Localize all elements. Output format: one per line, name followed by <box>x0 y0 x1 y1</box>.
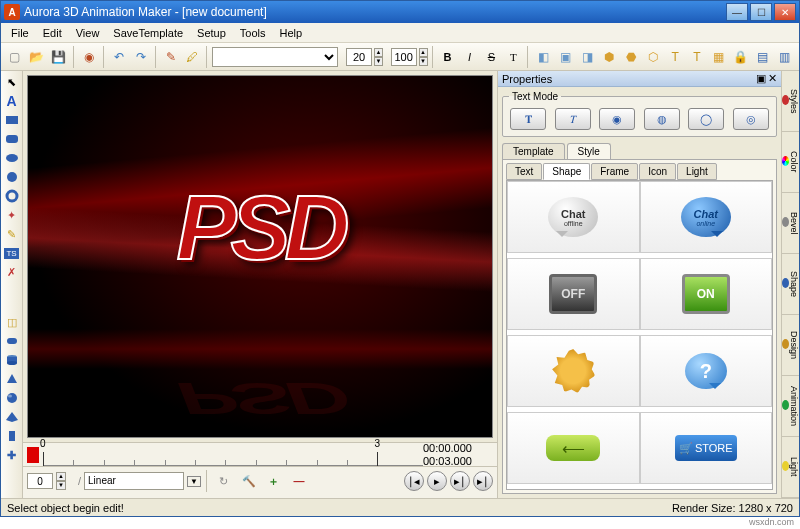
close-button[interactable]: ✕ <box>774 3 796 21</box>
tool-h[interactable]: T <box>687 46 707 68</box>
textmode-btn-4[interactable]: ◍ <box>644 108 680 130</box>
pen-tool[interactable]: ✎ <box>3 225 21 243</box>
wand-tool[interactable]: ✦ <box>3 206 21 224</box>
roundrect-tool[interactable] <box>3 130 21 148</box>
save-button[interactable]: 💾 <box>49 46 69 68</box>
menu-tools[interactable]: Tools <box>234 25 272 41</box>
shape-chat-online[interactable]: Chat online <box>640 181 773 253</box>
tool-g[interactable]: T <box>665 46 685 68</box>
goto-end-button[interactable]: ▸∣ <box>473 471 493 491</box>
shape-help[interactable]: ? <box>640 335 773 407</box>
undock-button[interactable]: ▣ <box>756 72 766 85</box>
textmode-btn-2[interactable]: 𝑇 <box>555 108 591 130</box>
textmode-btn-5[interactable]: ◯ <box>688 108 724 130</box>
font-size-1[interactable] <box>346 48 372 66</box>
sidetab-styles[interactable]: Styles <box>782 71 799 132</box>
paint-button[interactable]: ✎ <box>161 46 181 68</box>
undo-button[interactable]: ↶ <box>109 46 129 68</box>
loop-button[interactable]: ↻ <box>213 470 235 492</box>
maximize-button[interactable]: ☐ <box>750 3 772 21</box>
tube-tool[interactable] <box>3 427 21 445</box>
shape-on-button[interactable]: ON <box>640 258 773 330</box>
goto-start-button[interactable]: ∣◂ <box>404 471 424 491</box>
text-tool[interactable]: A <box>3 92 21 110</box>
ring-tool[interactable] <box>3 187 21 205</box>
frame-input[interactable] <box>27 473 53 489</box>
spin-2[interactable]: ▲▼ <box>419 48 428 66</box>
shape-chat-offline[interactable]: Chat offline <box>507 181 640 253</box>
redo-button[interactable]: ↷ <box>131 46 151 68</box>
tab-template[interactable]: Template <box>502 143 565 159</box>
sphere-tool[interactable] <box>3 389 21 407</box>
tab-icon[interactable]: Icon <box>639 163 676 180</box>
select-tool[interactable]: ⬉ <box>3 73 21 91</box>
tab-text[interactable]: Text <box>506 163 542 180</box>
textmode-btn-3[interactable]: ◉ <box>599 108 635 130</box>
font-size-2[interactable] <box>391 48 417 66</box>
rect-tool[interactable] <box>3 111 21 129</box>
textfx-button[interactable]: T <box>503 46 523 68</box>
tool-j[interactable]: 🔒 <box>731 46 751 68</box>
sidetab-bevel[interactable]: Bevel <box>782 193 799 254</box>
tool-f[interactable]: ⬡ <box>643 46 663 68</box>
font-combo[interactable] <box>212 47 338 67</box>
shape-off-button[interactable]: OFF <box>507 258 640 330</box>
cube-tool[interactable]: ◫ <box>3 313 21 331</box>
close-panel-button[interactable]: ✕ <box>768 72 777 85</box>
key-add-button[interactable]: 🔨 <box>238 470 260 492</box>
open-button[interactable]: 📂 <box>27 46 47 68</box>
capsule-tool[interactable] <box>3 332 21 350</box>
viewport[interactable]: PSD PSD <box>27 75 493 438</box>
bold-button[interactable]: B <box>437 46 457 68</box>
tool-b[interactable]: ▣ <box>555 46 575 68</box>
pyramid-tool[interactable] <box>3 408 21 426</box>
tool-c[interactable]: ◨ <box>577 46 597 68</box>
strike-button[interactable]: S <box>481 46 501 68</box>
menu-savetemplate[interactable]: SaveTemplate <box>107 25 189 41</box>
tool-i[interactable]: ▦ <box>709 46 729 68</box>
italic-button[interactable]: I <box>459 46 479 68</box>
plus-tool[interactable]: ✚ <box>3 446 21 464</box>
circle-tool[interactable] <box>3 168 21 186</box>
shape-arrow[interactable]: ⟵ <box>507 412 640 484</box>
sidetab-shape[interactable]: Shape <box>782 254 799 315</box>
pen-button[interactable]: 🖊 <box>183 46 203 68</box>
tab-frame[interactable]: Frame <box>591 163 638 180</box>
export-button[interactable]: ◉ <box>79 46 99 68</box>
tool-d[interactable]: ⬢ <box>599 46 619 68</box>
sidetab-animation[interactable]: Animation <box>782 376 799 437</box>
add-button[interactable]: ＋ <box>263 470 285 492</box>
easing-combo[interactable]: Linear <box>84 472 184 490</box>
spin-1[interactable]: ▲▼ <box>374 48 383 66</box>
menu-setup[interactable]: Setup <box>191 25 232 41</box>
tab-shape[interactable]: Shape <box>543 163 590 180</box>
cylinder-tool[interactable] <box>3 351 21 369</box>
textmode-btn-1[interactable]: 𝐓 <box>510 108 546 130</box>
frame-spinner[interactable]: ▲▼ <box>56 472 66 490</box>
tool-k[interactable]: ▤ <box>753 46 773 68</box>
sidetab-design[interactable]: Design <box>782 315 799 376</box>
shape-store[interactable]: 🛒 STORE <box>640 412 773 484</box>
menu-file[interactable]: File <box>5 25 35 41</box>
cone-tool[interactable] <box>3 370 21 388</box>
tool-a[interactable]: ◧ <box>533 46 553 68</box>
menu-edit[interactable]: Edit <box>37 25 68 41</box>
timeline-playhead[interactable] <box>27 447 39 463</box>
new-button[interactable]: ▢ <box>5 46 25 68</box>
tool-e[interactable]: ⬣ <box>621 46 641 68</box>
shape-seal[interactable] <box>507 335 640 407</box>
path-tool[interactable]: ✗ <box>3 263 21 281</box>
play-button[interactable]: ▸ <box>427 471 447 491</box>
remove-button[interactable]: — <box>288 470 310 492</box>
sidetab-color[interactable]: Color <box>782 132 799 193</box>
menu-help[interactable]: Help <box>274 25 309 41</box>
tab-style[interactable]: Style <box>567 143 611 159</box>
tool-l[interactable]: ▥ <box>775 46 795 68</box>
menu-view[interactable]: View <box>70 25 106 41</box>
minimize-button[interactable]: — <box>726 3 748 21</box>
textmode-btn-6[interactable]: ◎ <box>733 108 769 130</box>
textblock-tool[interactable]: TS <box>3 244 21 262</box>
step-button[interactable]: ▸∣ <box>450 471 470 491</box>
timeline-ruler[interactable]: 0 3 00:00.000 00:03.000 <box>23 443 497 467</box>
ellipse-tool[interactable] <box>3 149 21 167</box>
